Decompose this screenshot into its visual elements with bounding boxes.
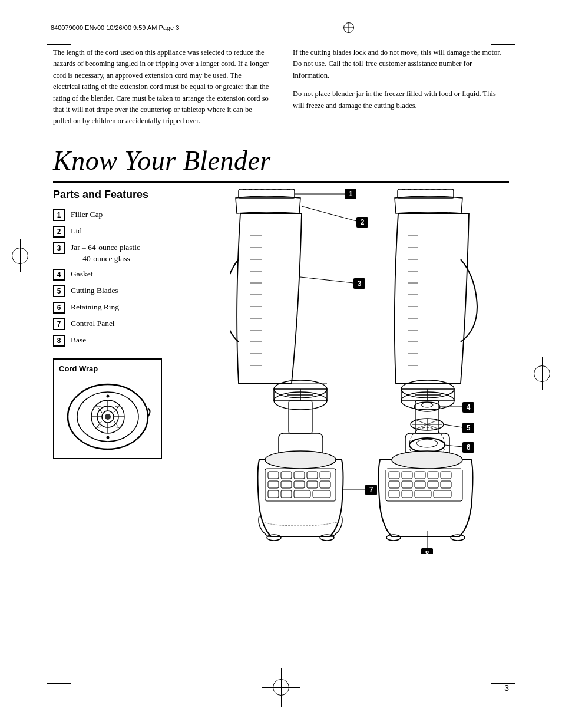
cord-wrap-image <box>59 377 156 453</box>
svg-rect-93 <box>415 472 425 479</box>
list-item: 2 Lid <box>53 226 218 238</box>
svg-rect-84 <box>313 490 330 498</box>
svg-text:2: 2 <box>361 218 365 226</box>
list-item: 6 Retaining Ring <box>53 302 218 314</box>
svg-rect-92 <box>402 472 412 479</box>
svg-text:7: 7 <box>369 486 373 494</box>
registration-mark-left <box>12 248 28 264</box>
svg-point-105 <box>386 535 401 541</box>
list-item: 1 Filler Cap <box>53 209 218 221</box>
main-content: The length of the cord used on this appl… <box>53 47 509 556</box>
svg-text:4: 4 <box>467 403 471 411</box>
svg-rect-71 <box>268 472 279 479</box>
cord-wrap-label: Cord Wrap <box>59 364 156 373</box>
header-bar: 840079000 ENv00 10/26/00 9:59 AM Page 3 <box>47 22 515 33</box>
svg-text:8: 8 <box>425 549 429 554</box>
part-number-3: 3 <box>53 242 65 254</box>
list-item: 4 Gasket <box>53 269 218 281</box>
svg-rect-79 <box>307 481 318 488</box>
svg-rect-76 <box>268 481 279 488</box>
page-number: 3 <box>504 683 509 693</box>
parts-features-section: Parts and Features 1 Filler Cap 2 Lid 3 … <box>53 181 509 556</box>
svg-rect-104 <box>434 490 451 498</box>
intro-left-col: The length of the cord used on this appl… <box>53 47 269 127</box>
svg-rect-100 <box>441 481 451 488</box>
svg-text:3: 3 <box>358 279 362 288</box>
intro-columns: The length of the cord used on this appl… <box>53 47 509 127</box>
svg-point-5 <box>105 414 111 420</box>
svg-point-106 <box>451 535 465 541</box>
svg-rect-83 <box>294 490 310 498</box>
part-label-8: Base <box>71 335 86 346</box>
header-line-right <box>355 28 515 28</box>
svg-rect-101 <box>389 490 399 498</box>
svg-point-64 <box>409 438 445 452</box>
part-number-7: 7 <box>53 318 65 330</box>
svg-point-65 <box>416 439 438 447</box>
svg-text:1: 1 <box>349 190 353 198</box>
svg-line-48 <box>300 277 353 283</box>
part-number-8: 8 <box>53 335 65 347</box>
registration-mark-bottom <box>273 679 289 696</box>
svg-rect-99 <box>428 481 438 488</box>
svg-point-52 <box>421 403 433 407</box>
part-number-6: 6 <box>53 302 65 314</box>
svg-rect-80 <box>320 481 330 488</box>
part-label-5: Cutting Blades <box>71 285 118 297</box>
corner-line-top-right <box>491 44 515 45</box>
svg-point-126 <box>392 451 462 469</box>
svg-line-67 <box>445 445 462 447</box>
list-item: 5 Cutting Blades <box>53 285 218 297</box>
svg-text:5: 5 <box>467 424 471 432</box>
svg-rect-98 <box>415 481 425 488</box>
svg-rect-72 <box>281 472 292 479</box>
svg-rect-82 <box>281 490 292 498</box>
svg-point-14 <box>106 394 109 397</box>
svg-rect-94 <box>428 472 438 479</box>
svg-rect-96 <box>389 481 399 488</box>
svg-line-45 <box>302 206 356 221</box>
svg-rect-97 <box>402 481 412 488</box>
list-item: 8 Base <box>53 335 218 347</box>
header-text: 840079000 ENv00 10/26/00 9:59 AM Page 3 <box>47 24 183 31</box>
svg-rect-81 <box>268 490 279 498</box>
part-label-7: Control Panel <box>71 318 115 330</box>
cord-wrap-svg <box>61 378 155 452</box>
part-label-1: Filler Cap <box>71 209 103 220</box>
part-number-1: 1 <box>53 209 65 221</box>
header-line <box>183 28 342 28</box>
page: 840079000 ENv00 10/26/00 9:59 AM Page 3 … <box>0 0 562 728</box>
part-label-6: Retaining Ring <box>71 302 119 313</box>
svg-rect-74 <box>307 472 318 479</box>
svg-point-15 <box>106 436 109 439</box>
svg-rect-95 <box>441 472 451 479</box>
registration-mark-header <box>343 22 354 33</box>
part-label-2: Lid <box>71 226 82 237</box>
corner-line-top-left <box>47 44 71 45</box>
intro-right-text-2: Do not place blender jar in the freezer … <box>293 88 509 111</box>
svg-text:6: 6 <box>467 443 471 452</box>
svg-point-86 <box>320 535 334 541</box>
svg-rect-77 <box>281 481 292 488</box>
part-number-4: 4 <box>53 269 65 281</box>
blender-parts-svg: 1 2 3 4 <box>230 189 483 554</box>
intro-right-col: If the cutting blades lock and do not mo… <box>293 47 509 127</box>
svg-rect-78 <box>294 481 305 488</box>
svg-point-125 <box>265 451 336 469</box>
svg-rect-91 <box>389 472 399 479</box>
svg-rect-102 <box>402 490 412 498</box>
registration-mark-right <box>534 365 550 382</box>
svg-rect-75 <box>320 472 330 479</box>
svg-rect-121 <box>289 401 312 433</box>
part-number-5: 5 <box>53 285 65 297</box>
parts-list: 1 Filler Cap 2 Lid 3 Jar – 64-ounce plas… <box>53 209 218 347</box>
svg-rect-73 <box>294 472 305 479</box>
intro-right-text-1: If the cutting blades lock and do not mo… <box>293 47 509 81</box>
list-item: 3 Jar – 64-ounce plastic 40-ounce glass <box>53 242 218 265</box>
parts-features-title: Parts and Features <box>53 189 218 201</box>
corner-line-bottom-left <box>47 683 71 684</box>
svg-rect-70 <box>265 469 336 501</box>
svg-line-61 <box>444 424 462 427</box>
part-label-4: Gasket <box>71 269 93 280</box>
part-label-3: Jar – 64-ounce plastic 40-ounce glass <box>71 242 140 265</box>
